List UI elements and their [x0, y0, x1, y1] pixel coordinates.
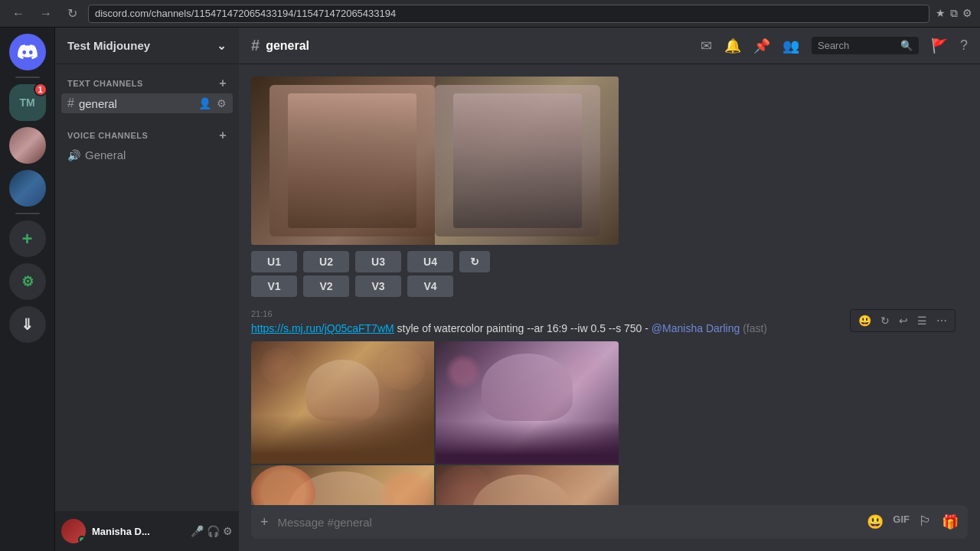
server-list: TM 1 + ⚙ ⇓ — [0, 28, 55, 551]
add-attachment-button[interactable]: + — [257, 511, 272, 533]
channel-actions: 👤 ⚙ — [198, 97, 227, 109]
server-icon-avatar2[interactable] — [9, 170, 46, 207]
gif-button[interactable]: GIF — [890, 510, 913, 533]
voice-channels-header[interactable]: VOICE CHANNELS + — [61, 129, 233, 142]
message-image-grid — [251, 341, 619, 505]
speaker-icon: 🔊 — [67, 149, 80, 161]
v4-button-top[interactable]: V4 — [407, 276, 453, 297]
message-input-field[interactable] — [278, 516, 858, 529]
reply-action[interactable]: ↩ — [896, 313, 911, 328]
message-mention[interactable]: @Manisha Darling — [652, 322, 740, 334]
emoji-action[interactable]: 😃 — [855, 313, 874, 328]
action-buttons-top-row1: U1 U2 U3 U4 ↻ — [251, 251, 968, 272]
message-input-container: + 😃 GIF 🏳 🎁 — [251, 505, 968, 539]
server-name: Test Midjouney — [67, 39, 150, 52]
voice-channels-section: VOICE CHANNELS + 🔊 General — [55, 116, 239, 168]
message-block-top: U1 U2 U3 U4 ↻ V1 V2 V3 V4 — [251, 77, 968, 297]
forward-button[interactable]: → — [35, 5, 57, 22]
discord-home-button[interactable] — [9, 34, 46, 70]
explore-button[interactable]: ⚙ — [9, 263, 46, 300]
action-buttons-top-row2: V1 V2 V3 V4 — [251, 276, 968, 297]
add-icon: + — [21, 228, 32, 249]
add-channel-icon[interactable]: + — [219, 77, 227, 90]
explore-icon: ⚙ — [21, 273, 34, 290]
bell-icon[interactable]: 🔔 — [724, 37, 741, 54]
channel-sidebar: Test Midjouney ⌄ TEXT CHANNELS + # gener… — [55, 28, 239, 551]
message-time: 21:16 — [251, 309, 273, 318]
search-bar[interactable]: Search 🔍 — [812, 37, 919, 54]
channel-settings-icon[interactable]: ⚙ — [217, 97, 227, 109]
server-icon-avatar1[interactable] — [9, 127, 46, 164]
hash-icon: # — [67, 96, 74, 110]
messages-area[interactable]: U1 U2 U3 U4 ↻ V1 V2 V3 V4 — [239, 64, 980, 505]
server-tm-label: TM — [19, 96, 34, 109]
inbox-icon[interactable]: 🚩 — [931, 37, 948, 54]
top-image — [251, 77, 619, 245]
chevron-down-icon: ⌄ — [217, 39, 227, 53]
message-status: (fast) — [743, 322, 767, 334]
u1-button-top[interactable]: U1 — [251, 251, 297, 272]
search-placeholder: Search — [818, 40, 849, 51]
download-button[interactable]: ⇓ — [9, 306, 46, 343]
repeat-action[interactable]: ↻ — [877, 313, 893, 328]
refresh-button-top[interactable]: ↻ — [459, 251, 490, 272]
user-info: Manisha D... — [92, 526, 150, 537]
channel-header-name: general — [266, 39, 309, 53]
hash-action-icon[interactable]: ✉ — [701, 37, 712, 54]
message-prompt: style of watercolor painting --ar 16:9 -… — [397, 322, 652, 334]
image-bottom-right — [436, 465, 619, 505]
text-channels-header[interactable]: TEXT CHANNELS + — [61, 77, 233, 90]
help-icon[interactable]: ? — [960, 37, 968, 54]
back-button[interactable]: ← — [8, 5, 29, 22]
text-channels-section: TEXT CHANNELS + # general 👤 ⚙ — [55, 64, 239, 116]
server-header[interactable]: Test Midjouney ⌄ — [55, 28, 239, 64]
address-bar[interactable] — [88, 5, 929, 23]
main-content: # general ✉ 🔔 📌 👥 Search 🔍 🚩 ? — [239, 28, 980, 551]
refresh-icon-top: ↻ — [470, 256, 479, 268]
u2-button-top[interactable]: U2 — [303, 251, 349, 272]
add-server-button[interactable]: + — [9, 220, 46, 257]
mic-icon[interactable]: 🎤 — [191, 525, 204, 537]
members-icon[interactable]: 👥 — [782, 37, 799, 54]
more-action[interactable]: ⋯ — [933, 313, 950, 328]
download-icon: ⇓ — [21, 315, 34, 334]
notification-badge: 1 — [34, 83, 47, 96]
user-area: Manisha D... 🎤 🎧 ⚙ — [55, 511, 239, 551]
u4-button-top[interactable]: U4 — [407, 251, 453, 272]
text-channels-label: TEXT CHANNELS — [67, 79, 143, 88]
refresh-button[interactable]: ↻ — [63, 5, 82, 22]
message-input-area: + 😃 GIF 🏳 🎁 — [239, 505, 980, 551]
channel-members-icon[interactable]: 👤 — [198, 97, 214, 109]
voice-channel-general[interactable]: 🔊 General — [61, 145, 233, 165]
u3-button-top[interactable]: U3 — [355, 251, 401, 272]
server-icon-tm[interactable]: TM 1 — [9, 84, 46, 121]
image-bottom-left — [251, 465, 434, 505]
v1-button-top[interactable]: V1 — [251, 276, 297, 297]
pin-icon[interactable]: 📌 — [753, 37, 770, 54]
channel-name-general: general — [79, 97, 117, 110]
channel-hash-icon: # — [251, 37, 260, 54]
server-divider-2 — [15, 213, 40, 214]
v3-button-top[interactable]: V3 — [355, 276, 401, 297]
gift-button[interactable]: 🎁 — [939, 510, 962, 533]
top-image-left — [251, 77, 435, 245]
image-top-right — [436, 341, 619, 464]
emoji-button[interactable]: 😃 — [864, 510, 887, 533]
server-divider — [15, 77, 40, 78]
app: TM 1 + ⚙ ⇓ Test Midjouney — [0, 28, 980, 551]
hover-actions: 😃 ↻ ↩ ☰ ⋯ — [850, 309, 956, 332]
sticker-button[interactable]: 🏳 — [916, 510, 936, 533]
browser-chrome: ← → ↻ ★⧉⚙ — [0, 0, 980, 28]
add-voice-icon[interactable]: + — [219, 129, 227, 142]
channel-item-general[interactable]: # general 👤 ⚙ — [61, 93, 233, 113]
v2-button-top[interactable]: V2 — [303, 276, 349, 297]
user-name: Manisha D... — [92, 526, 150, 537]
search-icon: 🔍 — [900, 40, 913, 51]
settings-icon[interactable]: ⚙ — [223, 525, 233, 537]
message-block-main: 😃 ↻ ↩ ☰ ⋯ 21:16 https://s.mj.run/jQ05caF… — [251, 309, 968, 505]
headset-icon[interactable]: 🎧 — [207, 525, 220, 537]
voice-channel-name: General — [85, 148, 126, 161]
message-link[interactable]: https://s.mj.run/jQ05caFT7wM — [251, 322, 394, 334]
apps-action[interactable]: ☰ — [914, 313, 930, 328]
top-image-right — [435, 77, 619, 245]
